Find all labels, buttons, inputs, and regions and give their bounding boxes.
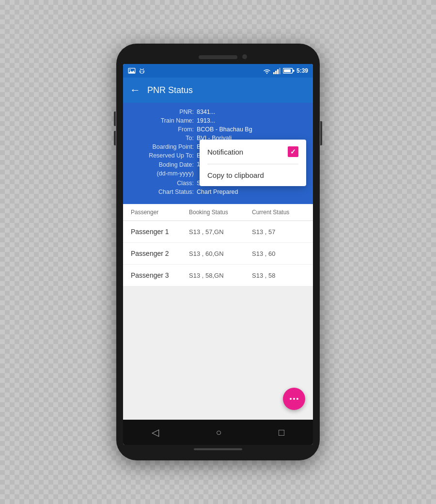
pnr-label: PNR: xyxy=(131,109,194,115)
reserved-label: Reserved Up To: xyxy=(131,152,194,159)
dropdown-menu: Notification ✓ Copy to clipboard xyxy=(200,140,306,186)
copy-label: Copy to clipboard xyxy=(207,171,264,179)
notification-label: Notification xyxy=(207,148,243,156)
passenger-1-current: S13 , 57 xyxy=(252,228,305,236)
col-header-booking: Booking Status xyxy=(189,209,252,216)
col-header-passenger: Passenger xyxy=(131,209,189,216)
col-header-current: Current Status xyxy=(252,209,305,216)
time-display: 5:39 xyxy=(296,67,308,74)
svg-marker-2 xyxy=(128,70,135,73)
passenger-3-name: Passenger 3 xyxy=(131,271,189,279)
svg-point-6 xyxy=(141,71,141,71)
from-label: From: xyxy=(131,126,194,133)
svg-point-1 xyxy=(129,69,131,71)
passenger-1-name: Passenger 1 xyxy=(131,228,189,236)
svg-rect-14 xyxy=(275,71,277,74)
status-bar: 5:39 xyxy=(123,64,313,78)
page-title: PNR Status xyxy=(147,85,193,95)
battery-icon xyxy=(283,68,295,74)
svg-rect-18 xyxy=(293,70,294,72)
svg-rect-19 xyxy=(284,69,291,72)
phone-camera xyxy=(242,54,247,59)
phone-speaker xyxy=(199,55,237,59)
android-icon xyxy=(138,68,146,74)
train-name-row: Train Name: 1913... xyxy=(131,117,305,124)
passenger-3-booking: S13 , 58,GN xyxy=(189,272,252,279)
phone-screen: 5:39 ← PNR Status PNR: 8341... Train Nam… xyxy=(123,64,313,445)
vol-up-button[interactable] xyxy=(114,111,116,126)
class-label: Class: xyxy=(131,180,194,187)
nav-home-button[interactable]: ○ xyxy=(206,423,231,442)
nav-back-button[interactable]: ◁ xyxy=(142,423,169,442)
from-value: BCOB - Bhachau Bg xyxy=(197,126,252,133)
chart-value: Chart Prepared xyxy=(197,189,238,195)
boarding-label: Boarding Point: xyxy=(131,143,194,150)
menu-item-copy[interactable]: Copy to clipboard xyxy=(200,164,306,186)
chart-label: Chart Status: xyxy=(131,189,194,195)
table-row: Passenger 1 S13 , 57,GN S13 , 57 xyxy=(123,221,313,243)
phone-home-bar xyxy=(194,448,242,450)
fab-dot-2 xyxy=(293,398,295,400)
table-row: Passenger 3 S13 , 58,GN S13 , 58 xyxy=(123,265,313,286)
to-label: To: xyxy=(131,135,194,142)
app-bar: ← PNR Status xyxy=(123,78,313,103)
table-row: Passenger 2 S13 , 60,GN S13 , 60 xyxy=(123,243,313,265)
status-icons-left xyxy=(128,68,146,74)
pnr-row: PNR: 8341... xyxy=(131,109,305,115)
chart-row: Chart Status: Chart Prepared xyxy=(131,189,305,195)
svg-rect-13 xyxy=(273,72,275,74)
passenger-3-current: S13 , 58 xyxy=(252,272,305,279)
fab-dot-1 xyxy=(290,398,292,400)
train-name-value: 1913... xyxy=(197,117,215,124)
phone-device: 5:39 ← PNR Status PNR: 8341... Train Nam… xyxy=(116,44,320,460)
content-area: PNR: 8341... Train Name: 1913... From: B… xyxy=(123,103,313,420)
checkmark-icon: ✓ xyxy=(290,148,296,156)
fab-button[interactable] xyxy=(283,388,305,410)
svg-point-7 xyxy=(142,71,143,71)
image-icon xyxy=(128,68,136,74)
back-button[interactable]: ← xyxy=(130,84,140,96)
status-icons-right: 5:39 xyxy=(263,67,308,74)
wifi-icon xyxy=(263,67,271,74)
passenger-table: Passenger Booking Status Current Status … xyxy=(123,204,313,286)
date-label: Boding Date:(dd-mm-yyyy) xyxy=(131,161,194,178)
phone-top-bar xyxy=(123,50,313,64)
from-row: From: BCOB - Bhachau Bg xyxy=(131,126,305,133)
passenger-2-booking: S13 , 60,GN xyxy=(189,250,252,257)
svg-rect-15 xyxy=(277,69,279,74)
table-header: Passenger Booking Status Current Status xyxy=(123,204,313,221)
svg-rect-16 xyxy=(279,68,280,74)
nav-recents-button[interactable]: □ xyxy=(269,423,294,442)
empty-space xyxy=(123,286,313,345)
fab-dots-icon xyxy=(290,398,298,400)
passenger-1-booking: S13 , 57,GN xyxy=(189,228,252,236)
svg-point-12 xyxy=(266,73,267,74)
power-button[interactable] xyxy=(320,121,322,145)
fab-dot-3 xyxy=(296,398,298,400)
train-name-label: Train Name: xyxy=(131,117,194,124)
passenger-2-current: S13 , 60 xyxy=(252,250,305,257)
signal-icon xyxy=(273,67,281,74)
svg-point-11 xyxy=(143,68,144,69)
svg-point-10 xyxy=(140,68,140,69)
passenger-2-name: Passenger 2 xyxy=(131,250,189,257)
phone-bottom-bar xyxy=(123,445,313,454)
notification-checkbox[interactable]: ✓ xyxy=(288,146,298,157)
nav-bar: ◁ ○ □ xyxy=(123,420,313,445)
pnr-value: 8341... xyxy=(197,109,215,115)
vol-down-button[interactable] xyxy=(114,131,116,145)
menu-item-notification[interactable]: Notification ✓ xyxy=(200,140,306,164)
